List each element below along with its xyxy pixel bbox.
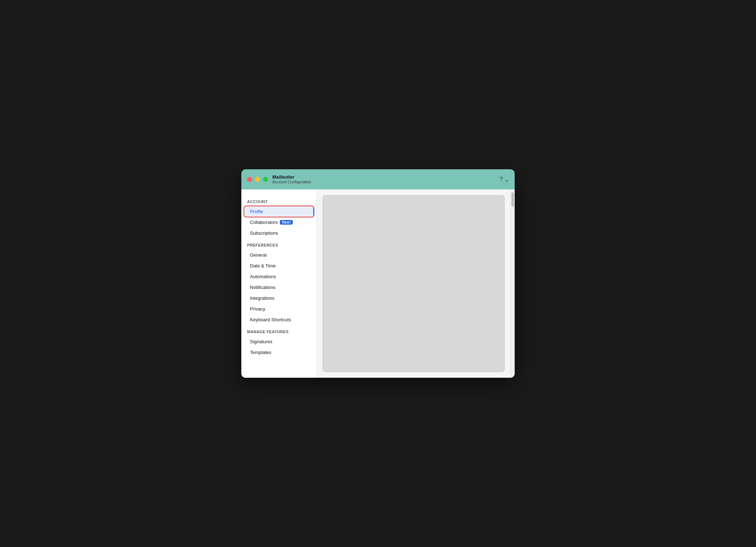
sidebar-section-manage-features: MANAGE FEATURES Signatures Templates — [241, 325, 316, 358]
sidebar-item-label-automations: Automations — [250, 274, 276, 279]
collaborators-badge: New! — [280, 220, 293, 225]
sidebar-item-profile[interactable]: Profile — [244, 206, 314, 217]
scrollbar[interactable] — [510, 189, 515, 378]
profile-content-area — [323, 195, 505, 372]
sidebar-item-label-templates: Templates — [250, 350, 271, 355]
sidebar-item-label-privacy: Privacy — [250, 306, 265, 312]
help-button[interactable]: ? ⌄ — [500, 176, 509, 183]
main-content: ACCOUNT Profile Collaborators New! Subsc… — [241, 189, 515, 378]
sidebar-item-signatures[interactable]: Signatures — [244, 336, 314, 347]
app-name: Mailbutler — [272, 174, 311, 180]
section-header-account: ACCOUNT — [241, 195, 316, 206]
chevron-down-icon: ⌄ — [504, 176, 509, 183]
sidebar-section-account: ACCOUNT Profile Collaborators New! Subsc… — [241, 195, 316, 238]
sidebar-item-subscriptions[interactable]: Subscriptions — [244, 228, 314, 238]
section-header-preferences: PREFERENCES — [241, 239, 316, 249]
titlebar: Mailbutler Account Configuration ? ⌄ — [241, 169, 515, 189]
titlebar-text: Mailbutler Account Configuration — [272, 174, 311, 185]
maximize-button[interactable] — [263, 177, 268, 182]
sidebar-item-templates[interactable]: Templates — [244, 347, 314, 358]
sidebar-item-label-integrations: Integrations — [250, 295, 274, 301]
sidebar-item-label-date-time: Date & Time — [250, 263, 276, 268]
sidebar-item-collaborators[interactable]: Collaborators New! — [244, 217, 314, 227]
sidebar-item-label-notifications: Notifications — [250, 285, 275, 290]
sidebar-item-keyboard-shortcuts[interactable]: Keyboard Shortcuts — [244, 314, 314, 325]
sidebar-item-integrations[interactable]: Integrations — [244, 293, 314, 303]
sidebar: ACCOUNT Profile Collaborators New! Subsc… — [241, 189, 317, 378]
sidebar-item-label-profile: Profile — [250, 209, 263, 214]
traffic-lights — [247, 177, 268, 182]
app-subtitle: Account Configuration — [272, 180, 311, 184]
sidebar-item-general[interactable]: General — [244, 250, 314, 260]
scrollbar-thumb[interactable] — [511, 192, 514, 207]
sidebar-item-date-time[interactable]: Date & Time — [244, 261, 314, 271]
section-header-manage-features: MANAGE FEATURES — [241, 325, 316, 336]
sidebar-item-label-keyboard-shortcuts: Keyboard Shortcuts — [250, 317, 291, 322]
sidebar-item-label-subscriptions: Subscriptions — [250, 230, 278, 236]
close-button[interactable] — [247, 177, 252, 182]
sidebar-item-label-general: General — [250, 252, 267, 258]
minimize-button[interactable] — [255, 177, 260, 182]
content-panel — [317, 189, 510, 378]
sidebar-item-label-signatures: Signatures — [250, 339, 272, 344]
sidebar-section-preferences: PREFERENCES General Date & Time Automati… — [241, 239, 316, 325]
sidebar-item-notifications[interactable]: Notifications — [244, 282, 314, 293]
app-window: Mailbutler Account Configuration ? ⌄ ACC… — [241, 169, 515, 378]
sidebar-item-privacy[interactable]: Privacy — [244, 304, 314, 314]
sidebar-item-label-collaborators: Collaborators — [250, 220, 278, 225]
sidebar-item-automations[interactable]: Automations — [244, 271, 314, 282]
help-icon: ? — [500, 176, 503, 183]
